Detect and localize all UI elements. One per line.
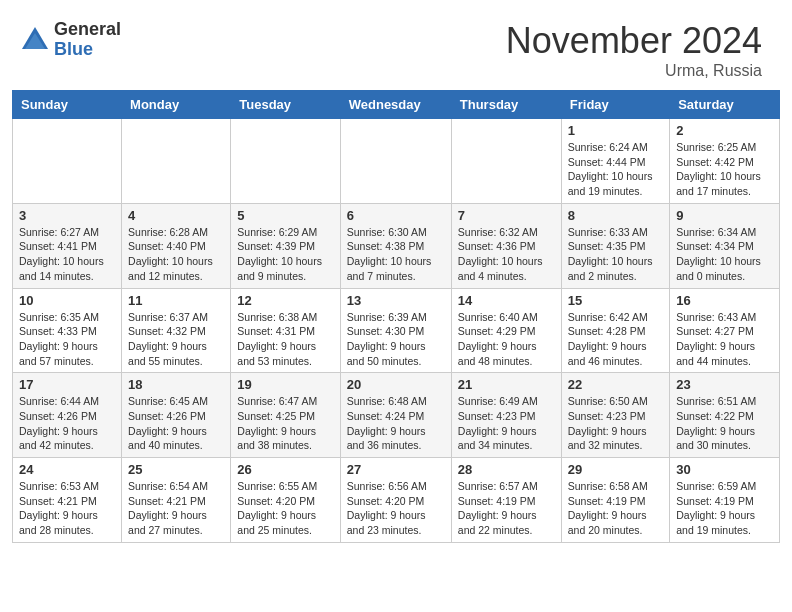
day-number: 1	[568, 123, 663, 138]
day-info: Sunrise: 6:59 AM Sunset: 4:19 PM Dayligh…	[676, 479, 773, 538]
day-info: Sunrise: 6:55 AM Sunset: 4:20 PM Dayligh…	[237, 479, 333, 538]
day-number: 16	[676, 293, 773, 308]
calendar-container: SundayMondayTuesdayWednesdayThursdayFrid…	[0, 90, 792, 555]
day-number: 2	[676, 123, 773, 138]
day-number: 30	[676, 462, 773, 477]
day-number: 7	[458, 208, 555, 223]
day-number: 13	[347, 293, 445, 308]
day-info: Sunrise: 6:27 AM Sunset: 4:41 PM Dayligh…	[19, 225, 115, 284]
day-number: 25	[128, 462, 224, 477]
calendar-table: SundayMondayTuesdayWednesdayThursdayFrid…	[12, 90, 780, 543]
calendar-day	[231, 119, 340, 204]
calendar-day: 19Sunrise: 6:47 AM Sunset: 4:25 PM Dayli…	[231, 373, 340, 458]
day-number: 20	[347, 377, 445, 392]
day-number: 22	[568, 377, 663, 392]
calendar-day: 11Sunrise: 6:37 AM Sunset: 4:32 PM Dayli…	[122, 288, 231, 373]
day-number: 26	[237, 462, 333, 477]
calendar-day: 6Sunrise: 6:30 AM Sunset: 4:38 PM Daylig…	[340, 203, 451, 288]
calendar-day: 26Sunrise: 6:55 AM Sunset: 4:20 PM Dayli…	[231, 458, 340, 543]
calendar-day: 22Sunrise: 6:50 AM Sunset: 4:23 PM Dayli…	[561, 373, 669, 458]
column-header-tuesday: Tuesday	[231, 91, 340, 119]
day-info: Sunrise: 6:37 AM Sunset: 4:32 PM Dayligh…	[128, 310, 224, 369]
location: Urma, Russia	[506, 62, 762, 80]
calendar-day: 8Sunrise: 6:33 AM Sunset: 4:35 PM Daylig…	[561, 203, 669, 288]
day-number: 10	[19, 293, 115, 308]
day-info: Sunrise: 6:38 AM Sunset: 4:31 PM Dayligh…	[237, 310, 333, 369]
calendar-day: 30Sunrise: 6:59 AM Sunset: 4:19 PM Dayli…	[670, 458, 780, 543]
calendar-day: 21Sunrise: 6:49 AM Sunset: 4:23 PM Dayli…	[451, 373, 561, 458]
calendar-day	[340, 119, 451, 204]
calendar-day: 2Sunrise: 6:25 AM Sunset: 4:42 PM Daylig…	[670, 119, 780, 204]
day-info: Sunrise: 6:50 AM Sunset: 4:23 PM Dayligh…	[568, 394, 663, 453]
day-number: 19	[237, 377, 333, 392]
logo-general-text: General	[54, 20, 121, 40]
calendar-day	[122, 119, 231, 204]
day-info: Sunrise: 6:54 AM Sunset: 4:21 PM Dayligh…	[128, 479, 224, 538]
day-number: 14	[458, 293, 555, 308]
calendar-day: 17Sunrise: 6:44 AM Sunset: 4:26 PM Dayli…	[13, 373, 122, 458]
column-header-friday: Friday	[561, 91, 669, 119]
day-info: Sunrise: 6:39 AM Sunset: 4:30 PM Dayligh…	[347, 310, 445, 369]
day-number: 21	[458, 377, 555, 392]
calendar-day: 23Sunrise: 6:51 AM Sunset: 4:22 PM Dayli…	[670, 373, 780, 458]
day-info: Sunrise: 6:32 AM Sunset: 4:36 PM Dayligh…	[458, 225, 555, 284]
day-info: Sunrise: 6:45 AM Sunset: 4:26 PM Dayligh…	[128, 394, 224, 453]
day-info: Sunrise: 6:42 AM Sunset: 4:28 PM Dayligh…	[568, 310, 663, 369]
day-number: 5	[237, 208, 333, 223]
column-header-saturday: Saturday	[670, 91, 780, 119]
day-number: 11	[128, 293, 224, 308]
day-number: 6	[347, 208, 445, 223]
title-area: November 2024 Urma, Russia	[506, 20, 762, 80]
day-number: 4	[128, 208, 224, 223]
day-info: Sunrise: 6:47 AM Sunset: 4:25 PM Dayligh…	[237, 394, 333, 453]
calendar-day: 10Sunrise: 6:35 AM Sunset: 4:33 PM Dayli…	[13, 288, 122, 373]
calendar-day: 7Sunrise: 6:32 AM Sunset: 4:36 PM Daylig…	[451, 203, 561, 288]
logo-blue-text: Blue	[54, 40, 121, 60]
calendar-day: 20Sunrise: 6:48 AM Sunset: 4:24 PM Dayli…	[340, 373, 451, 458]
page-header: General Blue November 2024 Urma, Russia	[0, 0, 792, 90]
day-number: 17	[19, 377, 115, 392]
day-info: Sunrise: 6:57 AM Sunset: 4:19 PM Dayligh…	[458, 479, 555, 538]
day-number: 15	[568, 293, 663, 308]
calendar-day: 24Sunrise: 6:53 AM Sunset: 4:21 PM Dayli…	[13, 458, 122, 543]
calendar-week-1: 1Sunrise: 6:24 AM Sunset: 4:44 PM Daylig…	[13, 119, 780, 204]
column-header-monday: Monday	[122, 91, 231, 119]
day-number: 23	[676, 377, 773, 392]
calendar-day: 15Sunrise: 6:42 AM Sunset: 4:28 PM Dayli…	[561, 288, 669, 373]
logo-icon	[20, 25, 50, 55]
day-info: Sunrise: 6:24 AM Sunset: 4:44 PM Dayligh…	[568, 140, 663, 199]
calendar-day: 9Sunrise: 6:34 AM Sunset: 4:34 PM Daylig…	[670, 203, 780, 288]
month-title: November 2024	[506, 20, 762, 62]
day-info: Sunrise: 6:34 AM Sunset: 4:34 PM Dayligh…	[676, 225, 773, 284]
day-info: Sunrise: 6:30 AM Sunset: 4:38 PM Dayligh…	[347, 225, 445, 284]
day-number: 9	[676, 208, 773, 223]
day-info: Sunrise: 6:33 AM Sunset: 4:35 PM Dayligh…	[568, 225, 663, 284]
day-info: Sunrise: 6:58 AM Sunset: 4:19 PM Dayligh…	[568, 479, 663, 538]
calendar-week-4: 17Sunrise: 6:44 AM Sunset: 4:26 PM Dayli…	[13, 373, 780, 458]
column-header-wednesday: Wednesday	[340, 91, 451, 119]
calendar-day: 3Sunrise: 6:27 AM Sunset: 4:41 PM Daylig…	[13, 203, 122, 288]
day-info: Sunrise: 6:44 AM Sunset: 4:26 PM Dayligh…	[19, 394, 115, 453]
day-info: Sunrise: 6:49 AM Sunset: 4:23 PM Dayligh…	[458, 394, 555, 453]
day-info: Sunrise: 6:48 AM Sunset: 4:24 PM Dayligh…	[347, 394, 445, 453]
logo: General Blue	[20, 20, 121, 60]
day-number: 27	[347, 462, 445, 477]
day-info: Sunrise: 6:56 AM Sunset: 4:20 PM Dayligh…	[347, 479, 445, 538]
day-number: 12	[237, 293, 333, 308]
calendar-day: 28Sunrise: 6:57 AM Sunset: 4:19 PM Dayli…	[451, 458, 561, 543]
day-info: Sunrise: 6:43 AM Sunset: 4:27 PM Dayligh…	[676, 310, 773, 369]
calendar-day: 5Sunrise: 6:29 AM Sunset: 4:39 PM Daylig…	[231, 203, 340, 288]
calendar-week-2: 3Sunrise: 6:27 AM Sunset: 4:41 PM Daylig…	[13, 203, 780, 288]
column-header-thursday: Thursday	[451, 91, 561, 119]
day-info: Sunrise: 6:25 AM Sunset: 4:42 PM Dayligh…	[676, 140, 773, 199]
day-number: 28	[458, 462, 555, 477]
calendar-day: 13Sunrise: 6:39 AM Sunset: 4:30 PM Dayli…	[340, 288, 451, 373]
calendar-day: 18Sunrise: 6:45 AM Sunset: 4:26 PM Dayli…	[122, 373, 231, 458]
day-number: 18	[128, 377, 224, 392]
calendar-day: 16Sunrise: 6:43 AM Sunset: 4:27 PM Dayli…	[670, 288, 780, 373]
day-info: Sunrise: 6:53 AM Sunset: 4:21 PM Dayligh…	[19, 479, 115, 538]
calendar-week-3: 10Sunrise: 6:35 AM Sunset: 4:33 PM Dayli…	[13, 288, 780, 373]
day-info: Sunrise: 6:29 AM Sunset: 4:39 PM Dayligh…	[237, 225, 333, 284]
calendar-day	[13, 119, 122, 204]
calendar-day: 27Sunrise: 6:56 AM Sunset: 4:20 PM Dayli…	[340, 458, 451, 543]
